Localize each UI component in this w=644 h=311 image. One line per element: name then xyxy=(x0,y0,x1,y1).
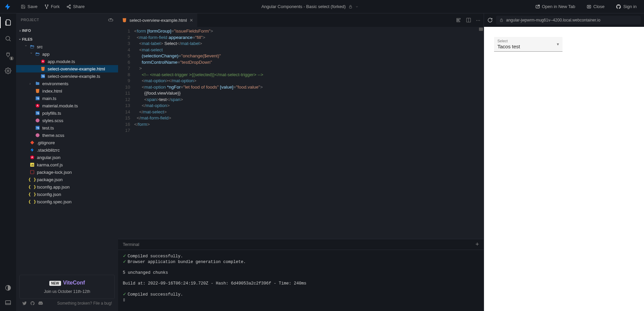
dropdown-arrow-icon: ▾ xyxy=(557,42,559,47)
save-icon xyxy=(21,4,25,9)
gear-icon xyxy=(5,67,11,74)
twitter-icon[interactable] xyxy=(22,301,27,306)
signin-button[interactable]: Sign in xyxy=(612,3,640,11)
file-item[interactable]: styles.scss xyxy=(16,117,118,124)
svg-rect-18 xyxy=(6,301,11,305)
layout-icon xyxy=(5,299,11,306)
share-label: Share xyxy=(73,4,85,9)
code-content[interactable]: <form [formGroup]="issueFieldsForm"> <ma… xyxy=(134,27,484,239)
search-tab[interactable] xyxy=(4,34,12,43)
discord-icon[interactable] xyxy=(38,301,43,306)
open-new-tab-button[interactable]: Open in New Tab xyxy=(532,3,579,10)
file-item[interactable]: theme.scss xyxy=(16,132,118,139)
close-panel-icon xyxy=(587,4,591,9)
github-icon xyxy=(616,4,621,9)
file-item[interactable]: TSmain.ts xyxy=(16,95,118,102)
layout-toggle[interactable] xyxy=(4,298,12,307)
preview-toolbar: angular-jwpwrm-mug61v--4200.local.webcon… xyxy=(484,13,644,27)
editor-tab[interactable]: select-overview-example.html ✕ xyxy=(118,13,198,27)
html-file-icon xyxy=(122,18,127,22)
files-icon xyxy=(4,19,12,26)
terminal-output[interactable]: ✓ Compiled successfully. ✓ Browser appli… xyxy=(118,250,484,311)
save-button[interactable]: Save xyxy=(17,3,41,10)
cloud-sync-icon[interactable] xyxy=(108,17,113,22)
sidebar: PROJECT ›INFO ›FILES ›src›appapp.module.… xyxy=(16,13,118,311)
tab-close-icon[interactable]: ✕ xyxy=(190,18,193,23)
theme-toggle[interactable] xyxy=(4,283,12,292)
lock-icon xyxy=(348,5,353,9)
file-item[interactable]: TSselect-overview-example.ts xyxy=(16,72,118,80)
svg-line-6 xyxy=(68,5,69,6)
svg-text:TS: TS xyxy=(42,75,45,77)
info-section[interactable]: ›INFO xyxy=(16,28,118,34)
preview-url-text: angular-jwpwrm-mug61v--4200.local.webcon… xyxy=(506,18,600,22)
ports-tab[interactable]: 1 xyxy=(4,50,12,59)
file-item[interactable]: app.module.ts xyxy=(16,58,118,65)
close-button[interactable]: Close xyxy=(583,3,608,10)
project-title[interactable]: Angular Components - Basic select (forke… xyxy=(88,4,532,9)
file-item[interactable]: { }package.json xyxy=(16,176,118,183)
folder-app[interactable]: ›app xyxy=(16,50,118,58)
svg-point-29 xyxy=(36,133,40,137)
file-item[interactable]: JSkarma.conf.js xyxy=(16,161,118,168)
mat-select-field[interactable]: Select Tacos test ▾ xyxy=(494,37,562,52)
contrast-icon xyxy=(5,284,11,291)
terminal-add-icon[interactable]: + xyxy=(475,241,479,248)
settings-tab[interactable] xyxy=(4,66,12,75)
file-item[interactable]: .gitignore xyxy=(16,139,118,146)
file-item[interactable]: { }tsconfig.spec.json xyxy=(16,198,118,205)
folder-environments[interactable]: ›environments xyxy=(16,80,118,87)
svg-point-1 xyxy=(47,5,48,5)
file-item[interactable]: package-lock.json xyxy=(16,168,118,176)
line-gutter: 1234567891011121314151617 xyxy=(118,27,134,239)
fork-label: Fork xyxy=(51,4,60,9)
external-icon xyxy=(535,4,540,9)
new-badge: NEW xyxy=(49,281,61,286)
svg-point-3 xyxy=(69,5,70,6)
scrollbar-thumb[interactable] xyxy=(479,28,483,31)
file-item[interactable]: TSpolyfills.ts xyxy=(16,109,118,117)
share-button[interactable]: Share xyxy=(63,3,88,10)
format-icon[interactable] xyxy=(456,17,461,23)
file-item[interactable]: TStest.ts xyxy=(16,124,118,132)
file-item[interactable]: .stackblitzrc xyxy=(16,146,118,154)
signin-label: Sign in xyxy=(623,4,637,9)
github-link-icon[interactable] xyxy=(30,301,35,306)
file-item[interactable]: material.module.ts xyxy=(16,102,118,109)
svg-rect-38 xyxy=(500,20,503,22)
terminal-panel: Terminal + ✓ Compiled successfully. ✓ Br… xyxy=(118,239,484,311)
folder-src[interactable]: ›src xyxy=(16,43,118,50)
chevron-down-icon xyxy=(355,5,359,8)
svg-point-16 xyxy=(7,70,9,72)
reload-icon[interactable] xyxy=(487,17,493,23)
svg-rect-33 xyxy=(457,18,461,19)
close-label: Close xyxy=(593,4,604,9)
svg-point-5 xyxy=(69,7,70,9)
code-editor[interactable]: 1234567891011121314151617 <form [formGro… xyxy=(118,27,484,239)
bug-link[interactable]: Something broken? File a bug! xyxy=(57,301,112,306)
project-title-text: Angular Components - Basic select (forke… xyxy=(261,4,345,9)
promo-box[interactable]: NEWViteConf Join us October 11th-12th xyxy=(19,275,115,299)
file-item[interactable]: angular.json xyxy=(16,154,118,161)
svg-point-2 xyxy=(46,8,47,8)
svg-line-15 xyxy=(9,40,11,41)
file-item[interactable]: select-overview-example.html xyxy=(16,65,118,72)
files-section[interactable]: ›FILES xyxy=(16,36,118,42)
promo-name: ViteConf xyxy=(63,280,85,286)
svg-rect-32 xyxy=(31,170,34,174)
terminal-label[interactable]: Terminal xyxy=(123,242,139,247)
svg-rect-8 xyxy=(349,6,352,8)
file-item[interactable]: { }tsconfig.app.json xyxy=(16,183,118,191)
preview-frame[interactable]: Select Tacos test ▾ xyxy=(484,27,644,311)
file-item[interactable]: { }tsconfig.json xyxy=(16,191,118,198)
split-icon[interactable] xyxy=(466,17,471,23)
file-item[interactable]: index.html xyxy=(16,87,118,95)
explorer-tab[interactable] xyxy=(4,18,12,27)
svg-text:TS: TS xyxy=(37,127,40,129)
fork-button[interactable]: Fork xyxy=(41,3,63,10)
preview-url-bar[interactable]: angular-jwpwrm-mug61v--4200.local.webcon… xyxy=(496,16,641,24)
save-label: Save xyxy=(28,4,38,9)
more-icon[interactable]: ⋯ xyxy=(476,18,480,23)
search-icon xyxy=(5,35,11,42)
promo-sub: Join us October 11th-12th xyxy=(23,289,111,294)
